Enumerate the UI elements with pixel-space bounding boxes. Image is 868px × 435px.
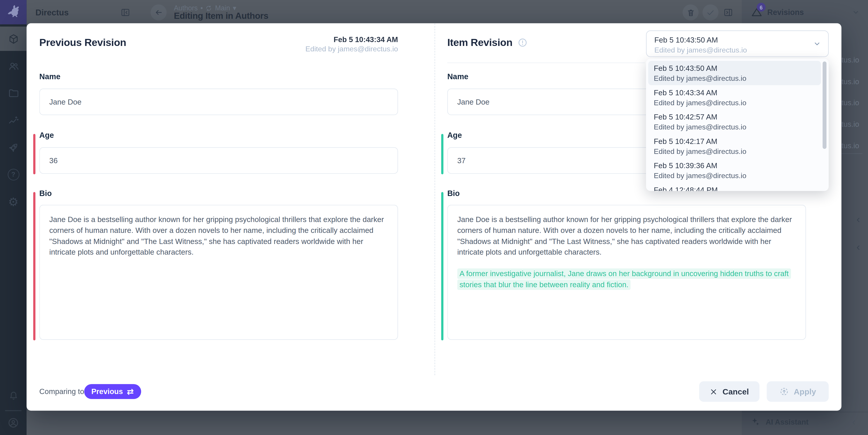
revision-menu-item[interactable]: Feb 5 10:42:57 AM Edited by james@direct… <box>648 109 821 134</box>
comparing-to-label: Comparing to <box>39 388 84 396</box>
bio-changed-bar-current <box>441 192 443 340</box>
current-bio-added-wrap: A former investigative journalist, Jane … <box>457 268 796 290</box>
revision-menu-item[interactable]: Feb 5 10:43:50 AM Edited by james@direct… <box>648 61 821 85</box>
item-revision-header: Item Revision <box>447 36 528 49</box>
age-field-label: Age <box>39 131 54 139</box>
bio-field-label: Bio <box>447 189 460 198</box>
revision-compare-modal: Previous Revision Feb 5 10:43:34 AM Edit… <box>27 23 841 411</box>
select-chevron <box>813 40 821 50</box>
revision-menu-item[interactable]: Feb 5 10:43:34 AM Edited by james@direct… <box>648 85 821 110</box>
right-header-divider <box>447 63 645 63</box>
current-bio-added-text: A former investigative journalist, Jane … <box>457 268 791 290</box>
revision-menu-item[interactable]: Feb 5 10:42:17 AM Edited by james@direct… <box>648 134 821 159</box>
previous-revision-meta: Feb 5 10:43:34 AM Edited by james@direct… <box>232 35 398 54</box>
previous-name-input: Jane Doe <box>39 89 398 115</box>
previous-bio-text: Jane Doe is a bestselling author known f… <box>50 214 388 258</box>
revision-select-time: Feb 5 10:43:50 AM <box>654 35 718 45</box>
cancel-button[interactable]: Cancel <box>699 381 760 402</box>
item-revision-title: Item Revision <box>447 36 513 49</box>
current-name-value: Jane Doe <box>457 98 490 106</box>
previous-age-input: 36 <box>39 147 398 174</box>
close-icon <box>710 388 718 395</box>
revision-menu-item[interactable]: Feb 5 10:39:36 AM Edited by james@direct… <box>648 158 821 182</box>
bio-field-label: Bio <box>39 189 52 198</box>
bio-changed-bar-previous <box>33 192 36 340</box>
compare-target-button[interactable]: Previous ⇄ <box>84 384 141 399</box>
chevron-down-icon <box>813 40 821 47</box>
apply-label: Apply <box>794 387 816 396</box>
previous-revision-timestamp: Feb 5 10:43:34 AM <box>232 35 398 44</box>
previous-name-value: Jane Doe <box>50 98 82 106</box>
apply-button[interactable]: Apply <box>767 381 829 402</box>
age-changed-bar-previous <box>33 134 36 174</box>
name-field-label: Name <box>447 72 468 81</box>
apply-upload-icon <box>779 387 789 396</box>
compare-target-label: Previous <box>91 388 123 396</box>
previous-revision-editor: Edited by james@directus.io <box>232 44 398 54</box>
name-field-label: Name <box>39 72 60 81</box>
swap-icon: ⇄ <box>127 387 134 397</box>
current-bio-text: Jane Doe is a bestselling author known f… <box>457 214 796 258</box>
info-icon[interactable] <box>517 38 527 47</box>
revision-menu-item[interactable]: Feb 4 12:48:44 PM <box>648 182 821 191</box>
revision-select-editor: Edited by james@directus.io <box>654 45 747 55</box>
menu-scrollbar[interactable] <box>823 61 827 149</box>
pane-divider <box>434 23 435 375</box>
previous-revision-title: Previous Revision <box>39 36 126 49</box>
current-bio-textarea: Jane Doe is a bestselling author known f… <box>447 205 806 340</box>
cancel-label: Cancel <box>722 387 749 396</box>
revision-dropdown-menu: Feb 5 10:43:50 AM Edited by james@direct… <box>646 59 829 191</box>
screen: Directus Authors • Main ▾ Editing Item i… <box>0 0 868 435</box>
revision-select[interactable]: Feb 5 10:43:50 AM Edited by james@direct… <box>646 30 829 57</box>
age-changed-bar-current <box>441 134 443 174</box>
current-age-value: 37 <box>457 157 466 165</box>
previous-age-value: 36 <box>50 157 58 165</box>
age-field-label: Age <box>447 131 462 139</box>
previous-bio-textarea: Jane Doe is a bestselling author known f… <box>39 205 398 340</box>
